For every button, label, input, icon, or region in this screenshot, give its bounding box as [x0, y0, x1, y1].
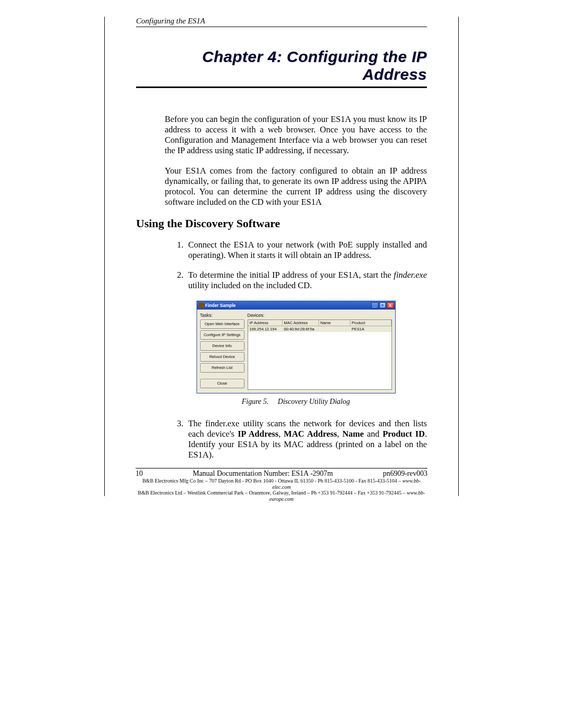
cell-product: PES1A — [350, 326, 391, 332]
col-product[interactable]: Product — [350, 320, 391, 326]
step-2-text-b: utility included on the included CD. — [188, 280, 312, 290]
step-2-filename: finder.exe — [394, 270, 427, 280]
figure-text: Discovery Utility Dialog — [278, 398, 350, 405]
footer-doc-number: Manual Documentation Number: ES1A -2907m — [143, 470, 383, 478]
running-header: Configuring the ES1A — [136, 17, 427, 27]
step-3-c2: , — [337, 429, 342, 439]
page: Configuring the ES1A Chapter 4: Configur… — [0, 0, 563, 728]
footer-revision: pn6909-rev003 — [383, 470, 427, 478]
tasks-label: Tasks: — [200, 313, 244, 318]
close-window-button[interactable]: X — [387, 302, 394, 309]
step-3-product: Product ID — [383, 429, 425, 439]
step-3-name: Name — [342, 429, 364, 439]
table-row[interactable]: 169.254.12.194 00:40:9d:28:6f:5a PES1A — [248, 326, 391, 332]
window-title: Finder Sample — [205, 303, 371, 308]
step-3-c3: and — [364, 429, 383, 439]
step-2: To determine the initial IP address of y… — [186, 270, 427, 291]
open-web-interface-button[interactable]: Open Web Interface — [200, 319, 244, 329]
cell-ip: 169.254.12.194 — [248, 326, 283, 332]
footer-us-text: B&B Electronics Mfg Co Inc – 707 Dayton … — [142, 478, 402, 484]
intro-paragraph-2: Your ES1A comes from the factory configu… — [165, 166, 427, 208]
intro-paragraph-1: Before you can begin the configuration o… — [165, 114, 427, 156]
steps-list-cont: The finder.exe utility scans the network… — [165, 418, 427, 461]
page-footer: 10 Manual Documentation Number: ES1A -29… — [104, 468, 459, 502]
app-icon — [199, 303, 204, 308]
step-3-ip: IP Address — [238, 429, 278, 439]
close-button[interactable]: Close — [200, 379, 244, 388]
steps-list: Connect the ES1A to your network (with P… — [165, 240, 427, 291]
step-3: The finder.exe utility scans the network… — [186, 418, 427, 461]
col-mac[interactable]: MAC Address — [283, 320, 319, 326]
footer-address-us: B&B Electronics Mfg Co Inc – 707 Dayton … — [136, 478, 427, 490]
titlebar: Finder Sample _ ❐ X — [197, 301, 395, 310]
col-name[interactable]: Name — [319, 320, 350, 326]
devices-table[interactable]: IP Address MAC Address Name Product 169.… — [248, 319, 392, 390]
col-ip[interactable]: IP Address — [248, 320, 283, 326]
tasks-panel: Tasks: Open Web Interface Configure IP S… — [200, 313, 244, 390]
maximize-button[interactable]: ❐ — [379, 302, 386, 309]
section-heading: Using the Discovery Software — [136, 217, 427, 230]
reboot-device-button[interactable]: Reboot Device — [200, 352, 244, 362]
chapter-title: Chapter 4: Configuring the IP Address — [136, 48, 427, 88]
footer-address-eu: B&B Electronics Ltd – Westlink Commercia… — [136, 490, 427, 502]
minimize-button[interactable]: _ — [371, 302, 378, 309]
step-3-mac: MAC Address — [284, 429, 337, 439]
cell-mac: 00:40:9d:28:6f:5a — [283, 326, 319, 332]
figure-label: Figure 5. — [242, 398, 269, 405]
configure-ip-button[interactable]: Configure IP Settings — [200, 330, 244, 340]
devices-label: Devices: — [248, 313, 392, 318]
table-header: IP Address MAC Address Name Product — [248, 320, 391, 326]
finder-window: Finder Sample _ ❐ X Tasks: Open Web Inte… — [197, 301, 396, 393]
step-2-text-a: To determine the initial IP address of y… — [188, 270, 394, 280]
figure-caption: Figure 5. Discovery Utility Dialog — [165, 398, 427, 406]
step-3-c1: , — [278, 429, 284, 439]
footer-eu-text: B&B Electronics Ltd – Westlink Commercia… — [138, 490, 407, 496]
step-1: Connect the ES1A to your network (with P… — [186, 240, 427, 261]
content-frame: Configuring the ES1A Chapter 4: Configur… — [104, 17, 459, 496]
device-info-button[interactable]: Device Info — [200, 341, 244, 351]
page-number: 10 — [136, 470, 143, 478]
cell-name — [319, 326, 350, 332]
refresh-list-button[interactable]: Refresh List — [200, 363, 244, 373]
window-body: Tasks: Open Web Interface Configure IP S… — [197, 310, 395, 393]
devices-panel: Devices: IP Address MAC Address Name Pro… — [248, 313, 392, 390]
